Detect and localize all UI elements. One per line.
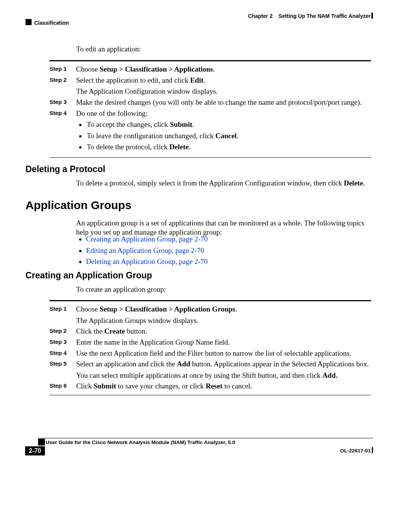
cross-reference-link[interactable]: Creating an Application Group, page 2-70: [86, 235, 208, 243]
footer-doc-id: OL-22617-01: [340, 448, 371, 454]
header-square-icon: [25, 19, 32, 25]
step-subtext: The Application Groups window displays.: [76, 316, 371, 326]
step-text: Select the application to edit, and clic…: [76, 75, 371, 96]
footer-rule-icon: [38, 438, 373, 438]
step-label: Step 4: [49, 109, 76, 154]
step-text: Make the desired changes (you will only …: [76, 97, 371, 107]
cross-reference-link[interactable]: Deleting an Application Group, page 2-70: [86, 257, 208, 265]
step-text: Do one of the following:To accept the ch…: [76, 109, 371, 154]
rule-icon: [49, 60, 371, 61]
step-text: Choose Setup > Classification > Applicat…: [76, 64, 371, 74]
edit-steps-block: Step 1Choose Setup > Classification > Ap…: [49, 58, 371, 161]
list-item: Editing an Application Group, page 2-70: [86, 246, 208, 256]
step-label: Step 1: [49, 304, 76, 325]
step-text: Use the next Application field and the F…: [76, 348, 371, 358]
step-row: Step 2Select the application to edit, an…: [49, 75, 371, 96]
rule-icon: [49, 300, 371, 301]
step-row: Step 3Make the desired changes (you will…: [49, 97, 371, 107]
list-item: To accept the changes, click Submit.: [86, 120, 371, 129]
step-row: Step 1Choose Setup > Classification > Ap…: [49, 304, 371, 325]
step-row: Step 5Select an application and click th…: [49, 359, 371, 380]
list-item: Deleting an Application Group, page 2-70: [86, 257, 208, 267]
step-label: Step 6: [49, 381, 76, 391]
step-text: Select an application and click the Add …: [76, 359, 371, 380]
step-text: Click Submit to save your changes, or cl…: [76, 381, 371, 391]
list-item: Creating an Application Group, page 2-70: [86, 234, 208, 244]
heading-deleting-protocol: Deleting a Protocol: [25, 164, 105, 174]
step-label: Step 1: [49, 64, 76, 74]
document-page: Chapter 2 Setting Up The NAM Traffic Ana…: [0, 0, 411, 532]
step-row: Step 4Use the next Application field and…: [49, 348, 371, 358]
step-label: Step 4: [49, 348, 76, 358]
chapter-label: Chapter 2: [248, 13, 273, 19]
creating-intro-text: To create an application group:: [76, 285, 166, 294]
step-row: Step 6Click Submit to save your changes,…: [49, 381, 371, 391]
step-row: Step 4Do one of the following:To accept …: [49, 109, 371, 154]
step-text: Enter the name in the Application Group …: [76, 337, 371, 347]
list-item: To delete the protocol, click Delete.: [86, 142, 371, 152]
step-label: Step 2: [49, 75, 76, 96]
step-text: Choose Setup > Classification > Applicat…: [76, 304, 371, 325]
footer-square-icon: [38, 439, 45, 446]
step-row: Step 1Choose Setup > Classification > Ap…: [49, 64, 371, 74]
page-number: 2-70: [25, 446, 45, 455]
step-label: Step 5: [49, 359, 76, 380]
heading-creating-app-group: Creating an Application Group: [25, 270, 152, 281]
running-header-chapter: Chapter 2 Setting Up The NAM Traffic Ana…: [248, 13, 371, 19]
rule-icon: [49, 157, 371, 158]
footer-guide-title: User Guide for the Cisco Network Analysi…: [46, 439, 235, 445]
edit-intro-text: To edit an application:: [76, 45, 141, 54]
step-subtext: You can select multiple applications at …: [76, 371, 371, 380]
step-label: Step 3: [49, 97, 76, 107]
step-subtext: The Application Configuration window dis…: [76, 86, 371, 96]
running-header-section: Classification: [34, 20, 69, 26]
step-row: Step 3Enter the name in the Application …: [49, 337, 371, 347]
footer-bar-icon: [372, 447, 373, 453]
application-groups-link-list: Creating an Application Group, page 2-70…: [76, 233, 208, 268]
deleting-protocol-text: To delete a protocol, simply select it f…: [76, 179, 365, 188]
step-label: Step 2: [49, 326, 76, 336]
heading-application-groups: Application Groups: [25, 199, 131, 212]
step-text: Click the Create button.: [76, 326, 371, 336]
step-bullet-list: To accept the changes, click Submit.To l…: [86, 120, 371, 152]
create-steps-block: Step 1Choose Setup > Classification > Ap…: [49, 298, 371, 399]
step-label: Step 3: [49, 337, 76, 347]
chapter-title: Setting Up The NAM Traffic Analyzer: [279, 13, 371, 19]
cross-reference-link[interactable]: Editing an Application Group, page 2-70: [86, 246, 204, 254]
rule-icon: [49, 395, 371, 395]
list-item: To leave the configuration unchanged, cl…: [86, 131, 371, 141]
step-row: Step 2Click the Create button.: [49, 326, 371, 336]
header-bar-icon: [371, 13, 373, 19]
